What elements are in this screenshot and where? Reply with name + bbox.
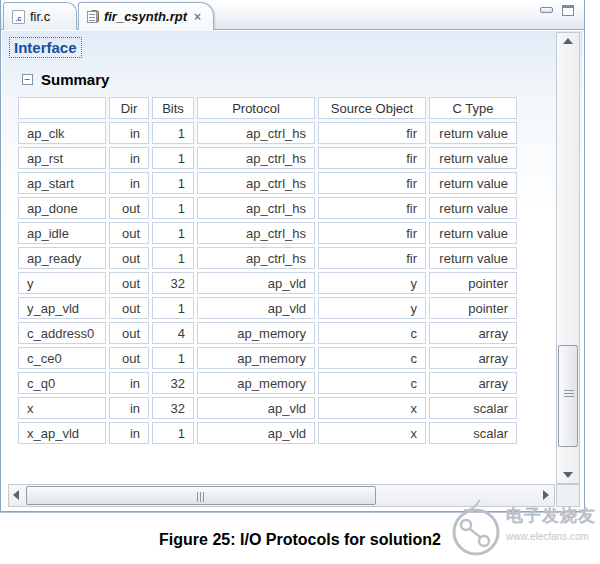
table-row[interactable]: x_ap_vldin1ap_vldxscalar xyxy=(18,422,517,444)
table-cell: return value xyxy=(429,172,517,194)
column-header-dir[interactable]: Dir xyxy=(109,97,149,119)
column-header-bits[interactable]: Bits xyxy=(152,97,194,119)
table-row[interactable]: c_q0in32ap_memorycarray xyxy=(18,372,517,394)
table-cell: ap_ctrl_hs xyxy=(197,222,315,244)
view-window-controls xyxy=(540,5,574,16)
table-cell: 1 xyxy=(152,222,194,244)
summary-heading: Summary xyxy=(41,71,109,88)
tab-fir-c[interactable]: .c fir.c xyxy=(3,2,77,30)
table-row[interactable]: xin32ap_vldxscalar xyxy=(18,397,517,419)
table-cell: ap_vld xyxy=(197,297,315,319)
vertical-scrollbar-thumb[interactable] xyxy=(558,345,578,447)
table-cell: c_q0 xyxy=(18,372,106,394)
table-cell: ap_done xyxy=(18,197,106,219)
column-header-name[interactable] xyxy=(18,97,106,119)
table-row[interactable]: y_ap_vldout1ap_vldypointer xyxy=(18,297,517,319)
table-cell: 1 xyxy=(152,197,194,219)
table-cell: ap_vld xyxy=(197,272,315,294)
table-cell: 32 xyxy=(152,397,194,419)
table-cell: y xyxy=(18,272,106,294)
table-cell: y_ap_vld xyxy=(18,297,106,319)
table-cell: out xyxy=(109,272,149,294)
table-row[interactable]: c_ce0out1ap_memorycarray xyxy=(18,347,517,369)
vertical-scrollbar[interactable] xyxy=(556,32,580,484)
table-row[interactable]: ap_readyout1ap_ctrl_hsfirreturn value xyxy=(18,247,517,269)
table-row[interactable]: ap_idleout1ap_ctrl_hsfirreturn value xyxy=(18,222,517,244)
table-row[interactable]: yout32ap_vldypointer xyxy=(18,272,517,294)
table-cell: x xyxy=(318,422,426,444)
c-file-icon: .c xyxy=(12,10,25,24)
table-cell: ap_memory xyxy=(197,322,315,344)
table-cell: pointer xyxy=(429,272,517,294)
table-cell: scalar xyxy=(429,397,517,419)
table-cell: c_address0 xyxy=(18,322,106,344)
table-cell: ap_ctrl_hs xyxy=(197,147,315,169)
table-row[interactable]: ap_clkin1ap_ctrl_hsfirreturn value xyxy=(18,122,517,144)
scroll-down-icon[interactable] xyxy=(557,467,579,483)
table-cell: ap_ctrl_hs xyxy=(197,247,315,269)
table-cell: return value xyxy=(429,197,517,219)
table-cell: ap_ctrl_hs xyxy=(197,197,315,219)
report-view-panel: .c fir.c fir_csynth.rpt × Interface − xyxy=(0,0,585,512)
column-header-protocol[interactable]: Protocol xyxy=(197,97,315,119)
maximize-icon[interactable] xyxy=(562,5,574,16)
table-cell: return value xyxy=(429,222,517,244)
table-cell: out xyxy=(109,297,149,319)
interface-heading[interactable]: Interface xyxy=(9,37,82,58)
table-cell: return value xyxy=(429,147,517,169)
column-header-c-type[interactable]: C Type xyxy=(429,97,517,119)
table-cell: fir xyxy=(318,147,426,169)
table-cell: ap_rst xyxy=(18,147,106,169)
table-row[interactable]: ap_rstin1ap_ctrl_hsfirreturn value xyxy=(18,147,517,169)
table-cell: in xyxy=(109,422,149,444)
table-cell: in xyxy=(109,147,149,169)
close-icon[interactable]: × xyxy=(194,11,201,23)
table-row[interactable]: c_address0out4ap_memorycarray xyxy=(18,322,517,344)
table-cell: array xyxy=(429,322,517,344)
table-header: Dir Bits Protocol Source Object C Type xyxy=(18,97,517,119)
summary-section-header: − Summary xyxy=(22,71,109,88)
table-row[interactable]: ap_startin1ap_ctrl_hsfirreturn value xyxy=(18,172,517,194)
report-file-icon xyxy=(87,9,99,24)
column-header-source-object[interactable]: Source Object xyxy=(318,97,426,119)
table-cell: ap_ctrl_hs xyxy=(197,172,315,194)
table-cell: in xyxy=(109,397,149,419)
table-cell: return value xyxy=(429,247,517,269)
table-cell: fir xyxy=(318,172,426,194)
table-cell: return value xyxy=(429,122,517,144)
scroll-left-icon[interactable] xyxy=(9,485,25,506)
table-cell: 1 xyxy=(152,172,194,194)
scrollbar-corner xyxy=(556,484,580,507)
table-cell: out xyxy=(109,197,149,219)
table-cell: out xyxy=(109,347,149,369)
horizontal-scrollbar[interactable] xyxy=(8,484,555,507)
minimize-icon[interactable] xyxy=(540,7,553,13)
tab-fir-csynth-rpt[interactable]: fir_csynth.rpt × xyxy=(78,2,214,30)
table-cell: ap_vld xyxy=(197,397,315,419)
table-cell: y xyxy=(318,272,426,294)
table-cell: pointer xyxy=(429,297,517,319)
table-cell: c xyxy=(318,347,426,369)
table-cell: ap_ctrl_hs xyxy=(197,122,315,144)
horizontal-scrollbar-thumb[interactable] xyxy=(26,486,376,505)
table-row[interactable]: ap_doneout1ap_ctrl_hsfirreturn value xyxy=(18,197,517,219)
report-content: Interface − Summary Dir Bits Protocol So… xyxy=(2,31,583,510)
table-body: ap_clkin1ap_ctrl_hsfirreturn valueap_rst… xyxy=(18,122,517,444)
table-cell: y xyxy=(318,297,426,319)
table-cell: out xyxy=(109,322,149,344)
table-cell: 1 xyxy=(152,347,194,369)
table-cell: 1 xyxy=(152,147,194,169)
table-cell: 32 xyxy=(152,272,194,294)
figure-caption: Figure 25: I/O Protocols for solution2 xyxy=(0,531,600,549)
table-cell: array xyxy=(429,372,517,394)
tab-label: fir_csynth.rpt xyxy=(104,9,187,24)
table-cell: 1 xyxy=(152,422,194,444)
scroll-up-icon[interactable] xyxy=(557,33,579,49)
table-cell: out xyxy=(109,247,149,269)
collapse-icon[interactable]: − xyxy=(22,74,33,85)
scroll-right-icon[interactable] xyxy=(538,485,554,506)
table-cell: in xyxy=(109,122,149,144)
table-cell: ap_idle xyxy=(18,222,106,244)
table-cell: ap_clk xyxy=(18,122,106,144)
table-cell: array xyxy=(429,347,517,369)
